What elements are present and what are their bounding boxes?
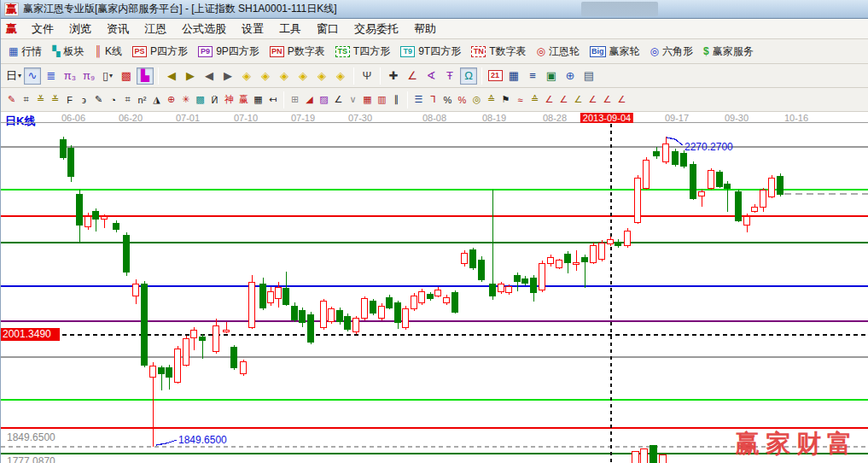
number-grid-icon[interactable]: ▦	[251, 92, 265, 108]
last-page-icon[interactable]: ▶	[182, 67, 199, 85]
toolbar-t-square-button[interactable]: TST四方形	[331, 42, 396, 62]
candle-body[interactable]	[175, 349, 181, 382]
candle-body[interactable]	[599, 243, 605, 259]
target-cross-icon[interactable]: ⊕	[164, 92, 178, 108]
star-grid-icon[interactable]: ✳	[178, 92, 193, 108]
candle-body[interactable]	[124, 235, 130, 273]
stat-bars-icon[interactable]: ☰	[411, 92, 426, 108]
candle-body[interactable]	[329, 309, 335, 322]
candle-body[interactable]	[260, 284, 266, 308]
candle-body[interactable]	[241, 362, 247, 373]
candle-body[interactable]	[591, 245, 597, 262]
toolbar-p-square-button[interactable]: PSP四方形	[128, 42, 194, 62]
vertical-grid-icon[interactable]: ⌗	[19, 92, 33, 108]
pct-underline-icon[interactable]: %	[455, 92, 469, 108]
zoom-h-icon[interactable]: ◈	[276, 67, 293, 85]
candle-body[interactable]	[133, 284, 139, 296]
k-mark-icon[interactable]: Ӥ	[207, 92, 222, 108]
candle-body[interactable]	[699, 192, 705, 196]
volume-histogram-icon[interactable]: ▙	[137, 67, 154, 85]
candle-body[interactable]	[308, 314, 314, 342]
toolbar-winner-service-button[interactable]: $赢家服务	[699, 42, 760, 62]
candle-body[interactable]	[498, 284, 504, 292]
shaded-fan-icon[interactable]: ▨	[317, 92, 331, 108]
candle-body[interactable]	[276, 288, 282, 299]
toolbar-9t-square-button[interactable]: T99T四方形	[396, 42, 467, 62]
candle-body[interactable]	[470, 250, 476, 267]
title-bar[interactable]: 赢 赢家江恩专业版[赢家内部服务平台] - [上证指数 SH1A0001-111…	[1, 0, 868, 19]
gold-line-icon[interactable]: ≙	[484, 92, 498, 108]
web-data-icon[interactable]: ⊕	[562, 67, 579, 85]
candle-body[interactable]	[395, 303, 401, 323]
candle-body[interactable]	[673, 151, 679, 165]
candle-body[interactable]	[654, 152, 660, 156]
toolbar-hexagon-button[interactable]: ◎六角形	[646, 42, 699, 62]
toolbar-9p-square-button[interactable]: P99P四方形	[194, 42, 265, 62]
candle-body[interactable]	[644, 160, 650, 188]
candle-body[interactable]	[769, 178, 775, 196]
f-angle-icon[interactable]: ∠	[556, 92, 571, 108]
candle-body[interactable]	[744, 216, 750, 225]
candle-body[interactable]	[736, 192, 742, 220]
matrix-grid-icon[interactable]: ▥	[375, 92, 389, 108]
candle-body[interactable]	[268, 292, 274, 303]
kline-chart-area[interactable]: 日K线 06-0606-2007-0107-1007-1907-3008-080…	[1, 112, 868, 463]
candle-body[interactable]	[387, 297, 393, 308]
candle-body[interactable]	[708, 171, 714, 188]
menu-item-5[interactable]: 设置	[234, 20, 271, 38]
cycle-tree-icon[interactable]: Ŧ	[441, 67, 458, 85]
candle-body[interactable]	[292, 306, 298, 320]
candle-body[interactable]	[166, 367, 172, 377]
seven-pct-line-icon[interactable]: ⅂	[426, 92, 440, 108]
toolbar-p-number-table-button[interactable]: PNP数字表	[265, 42, 331, 62]
candle-body[interactable]	[77, 195, 83, 225]
angle-ruler-icon[interactable]: ◮	[149, 92, 164, 108]
candle-body[interactable]	[142, 284, 148, 365]
candle-body[interactable]	[411, 296, 417, 309]
fan-lines-icon[interactable]: ◢	[302, 92, 317, 108]
candle-body[interactable]	[283, 289, 289, 304]
candle-body[interactable]	[213, 326, 219, 352]
crosshair-icon[interactable]: ✚	[385, 67, 402, 85]
candle-body[interactable]	[752, 207, 758, 211]
menu-item-9[interactable]: 帮助	[406, 20, 444, 38]
candle-body[interactable]	[663, 144, 669, 162]
toolbar-quotes-button[interactable]: ▦行情	[4, 42, 48, 62]
candle-body[interactable]	[625, 231, 631, 246]
candle-body[interactable]	[337, 310, 343, 322]
wave-band-icon[interactable]: ≈	[513, 92, 527, 108]
candle-body[interactable]	[231, 348, 237, 367]
candle-body[interactable]	[574, 262, 580, 264]
menu-item-6[interactable]: 工具	[271, 20, 309, 38]
menu-item-4[interactable]: 公式选股	[174, 20, 234, 38]
candle-body[interactable]	[362, 299, 368, 319]
gold-ruler-1-icon[interactable]: ≚	[33, 92, 48, 108]
candle-body[interactable]	[608, 240, 614, 244]
rect-select-icon[interactable]: ⊞	[288, 92, 302, 108]
brain-tool-icon[interactable]: Ω	[460, 67, 477, 85]
menu-item-0[interactable]: 文件	[24, 20, 61, 38]
candle-body[interactable]	[565, 254, 571, 262]
candle-body[interactable]	[435, 290, 441, 296]
candle-body[interactable]	[68, 148, 74, 176]
angle-measure-icon[interactable]: ∠	[404, 67, 421, 85]
f-tool-icon[interactable]: F	[62, 92, 77, 108]
clock-cycle-icon[interactable]: ◔	[106, 92, 120, 108]
zoom-right-icon[interactable]: ◈	[257, 67, 274, 85]
toolbar-winner-wheel-button[interactable]: Big赢家轮	[585, 42, 646, 62]
n-squared-icon[interactable]: n²	[135, 92, 149, 108]
zoom-x-icon[interactable]: ◈	[294, 67, 312, 85]
pencil-red-icon[interactable]: ✎	[91, 92, 106, 108]
candle-body[interactable]	[548, 257, 554, 263]
gold-angle-icon[interactable]: ∠	[571, 92, 585, 108]
candle-body[interactable]	[490, 284, 496, 296]
spiral-icon[interactable]: ϶	[77, 92, 91, 108]
hand-drag-icon[interactable]: Ψ	[358, 67, 376, 85]
brush-icon[interactable]: ✎	[4, 92, 19, 108]
candle-body[interactable]	[522, 278, 528, 283]
candle-body[interactable]	[321, 302, 327, 327]
wave-view-icon[interactable]: ∿	[24, 67, 41, 85]
j-angle-icon[interactable]: ∠	[542, 92, 556, 108]
candle-body[interactable]	[717, 173, 723, 186]
menu-item-1[interactable]: 浏览	[61, 20, 99, 38]
